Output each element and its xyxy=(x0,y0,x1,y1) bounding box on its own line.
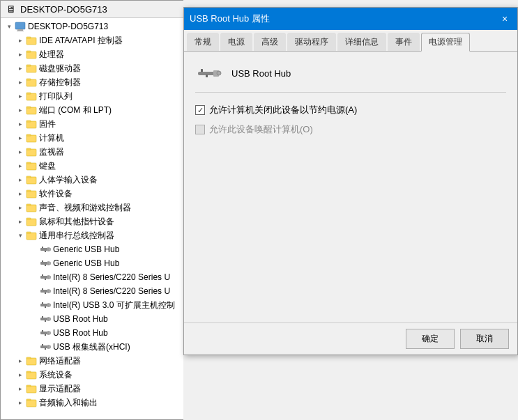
tab-driver[interactable]: 驱动程序 xyxy=(287,33,336,51)
svg-rect-6 xyxy=(26,51,31,52)
tab-general[interactable]: 常规 xyxy=(187,33,219,51)
tree-item-system[interactable]: ▸系统设备 xyxy=(1,368,183,382)
close-button[interactable]: × xyxy=(498,12,512,26)
svg-rect-68 xyxy=(40,345,48,348)
folder-icon xyxy=(26,91,37,102)
tree-item-computer[interactable]: ▸计算机 xyxy=(1,131,183,145)
tab-power[interactable]: 电源 xyxy=(220,33,252,51)
folder-icon xyxy=(26,63,37,74)
svg-point-85 xyxy=(217,71,221,75)
checkbox-allow-turnoff[interactable]: 允许计算机关闭此设备以节约电源(A) xyxy=(195,104,506,116)
tree-label: Intel(R) USB 3.0 可扩展主机控制 xyxy=(53,300,175,311)
device-icon-large xyxy=(195,63,223,84)
svg-rect-1 xyxy=(17,29,23,31)
tree-label: 端口 (COM 和 LPT) xyxy=(39,104,112,116)
svg-point-37 xyxy=(48,248,51,251)
tree-label: Intel(R) 8 Series/C220 Series U xyxy=(53,272,170,282)
tree-item-network[interactable]: ▸网络适配器 xyxy=(1,354,183,368)
expand-arrow xyxy=(29,341,40,352)
tree-item-print[interactable]: ▸打印队列 xyxy=(1,89,183,103)
svg-rect-32 xyxy=(26,232,31,233)
dialog-footer: 确定 取消 xyxy=(184,322,517,355)
tree-item-root[interactable]: ▾DESKTOP-DO5G713 xyxy=(1,20,183,33)
svg-rect-28 xyxy=(26,204,31,205)
tree-label: 处理器 xyxy=(39,49,64,61)
tab-powermgmt[interactable]: 电源管理 xyxy=(421,33,470,52)
tree-item-usb-hub1[interactable]: USB Root Hub xyxy=(1,312,183,326)
tree-item-usb-root[interactable]: ▾通用串行总线控制器 xyxy=(1,228,183,242)
svg-rect-53 xyxy=(40,304,48,306)
expand-arrow xyxy=(29,286,40,297)
tree-item-hid[interactable]: ▸人体学输入设备 xyxy=(1,173,183,187)
properties-dialog: USB Root Hub 属性 × 常规电源高级驱动程序详细信息事件电源管理 U… xyxy=(183,7,518,355)
svg-rect-75 xyxy=(26,372,36,379)
folder-icon xyxy=(26,160,37,171)
computer-icon: 🖥 xyxy=(6,3,16,15)
svg-rect-4 xyxy=(26,37,31,38)
svg-rect-20 xyxy=(26,148,31,150)
tree-item-intel2[interactable]: Intel(R) 8 Series/C220 Series U xyxy=(1,284,183,298)
svg-rect-83 xyxy=(201,69,203,72)
tree-item-display[interactable]: ▸显示适配器 xyxy=(1,382,183,396)
tree-item-firmware[interactable]: ▸固件 xyxy=(1,117,183,131)
expand-arrow: ▸ xyxy=(15,369,26,380)
svg-point-42 xyxy=(48,262,51,265)
tree-item-port[interactable]: ▸端口 (COM 和 LPT) xyxy=(1,103,183,117)
tab-details[interactable]: 详细信息 xyxy=(337,33,386,51)
svg-rect-61 xyxy=(45,320,46,322)
tree-item-disk[interactable]: ▸磁盘驱动器 xyxy=(1,61,183,75)
tree-item-intel3[interactable]: Intel(R) USB 3.0 可扩展主机控制 xyxy=(1,298,183,312)
dialog-titlebar: USB Root Hub 属性 × xyxy=(184,8,517,30)
tree-item-usb-xhci[interactable]: USB 根集线器(xHCI) xyxy=(1,340,183,354)
svg-rect-40 xyxy=(42,260,43,262)
device-name-large: USB Root Hub xyxy=(231,68,291,79)
svg-rect-27 xyxy=(26,205,36,212)
checkbox-label-allow-wakeup: 允许此设备唤醒计算机(O) xyxy=(209,123,313,136)
folder-icon xyxy=(26,397,37,408)
svg-rect-22 xyxy=(26,162,31,164)
expand-arrow xyxy=(29,258,40,269)
tree-item-intel1[interactable]: Intel(R) 8 Series/C220 Series U xyxy=(1,270,183,284)
tree-label: 键盘 xyxy=(39,160,56,172)
tree-label: Generic USB Hub xyxy=(53,258,119,268)
tree-item-usb-hub2[interactable]: USB Root Hub xyxy=(1,326,183,340)
svg-rect-84 xyxy=(206,75,208,77)
svg-rect-25 xyxy=(26,191,36,198)
svg-rect-15 xyxy=(26,121,36,128)
tree-item-audioin[interactable]: ▸音频输入和输出 xyxy=(1,396,183,410)
tree-item-storage[interactable]: ▸存储控制器 xyxy=(1,75,183,89)
tree-item-keyboard[interactable]: ▸键盘 xyxy=(1,159,183,173)
expand-arrow: ▾ xyxy=(15,230,26,241)
svg-rect-16 xyxy=(26,120,31,122)
device-manager-title: DESKTOP-DO5G713 xyxy=(20,4,107,15)
device-manager-header: 🖥 DESKTOP-DO5G713 xyxy=(1,1,183,18)
tree-label: 网络适配器 xyxy=(39,355,81,367)
folder-icon xyxy=(26,49,37,60)
tree-item-audio[interactable]: ▸声音、视频和游戏控制器 xyxy=(1,201,183,215)
ok-button[interactable]: 确定 xyxy=(406,329,455,349)
tree-item-generic2[interactable]: Generic USB Hub xyxy=(1,256,183,270)
tree-label: 存储控制器 xyxy=(39,77,81,88)
svg-rect-9 xyxy=(26,79,36,86)
tabs-bar: 常规电源高级驱动程序详细信息事件电源管理 xyxy=(184,30,517,52)
tree-label: 磁盘驱动器 xyxy=(39,63,81,75)
tree-label: 声音、视频和游戏控制器 xyxy=(39,202,131,214)
folder-icon xyxy=(26,383,37,394)
checkbox-group: 允许计算机关闭此设备以节约电源(A)允许此设备唤醒计算机(O) xyxy=(195,104,506,136)
tree-item-mouse[interactable]: ▸鼠标和其他指针设备 xyxy=(1,215,183,228)
usb-icon xyxy=(40,313,51,325)
cancel-button[interactable]: 取消 xyxy=(460,329,509,349)
tree-item-ide[interactable]: ▸IDE ATA/ATAPI 控制器 xyxy=(1,33,183,47)
tab-advanced[interactable]: 高级 xyxy=(254,33,286,51)
tree-label: 鼠标和其他指针设备 xyxy=(39,216,114,228)
tree-item-generic1[interactable]: Generic USB Hub xyxy=(1,242,183,256)
folder-icon xyxy=(26,188,37,199)
svg-rect-21 xyxy=(26,163,36,170)
usb-icon xyxy=(40,286,51,297)
tab-events[interactable]: 事件 xyxy=(388,33,420,51)
svg-rect-76 xyxy=(26,371,31,373)
svg-rect-65 xyxy=(42,330,43,332)
tree-item-software[interactable]: ▸软件设备 xyxy=(1,187,183,201)
tree-item-processor[interactable]: ▸处理器 xyxy=(1,47,183,61)
tree-item-monitor[interactable]: ▸监视器 xyxy=(1,145,183,159)
